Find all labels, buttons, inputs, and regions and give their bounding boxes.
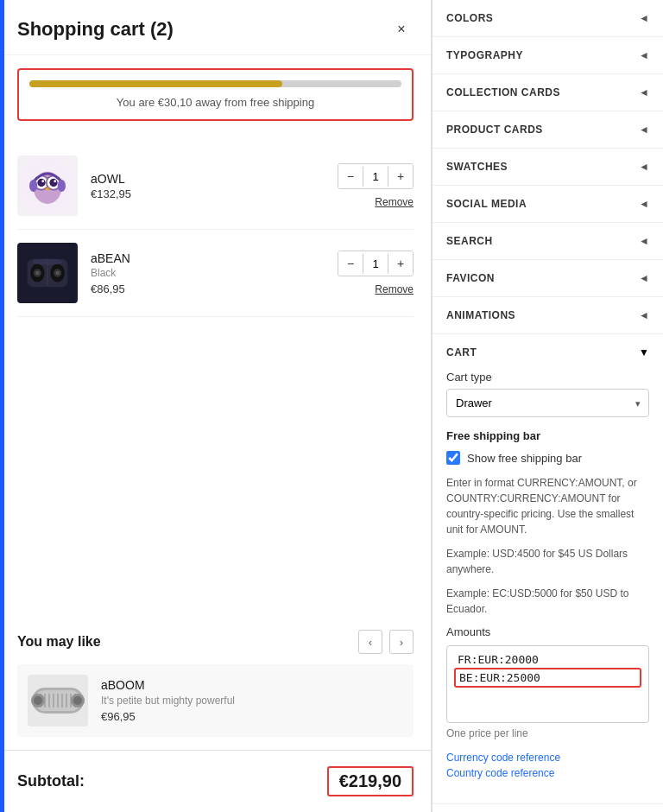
settings-item-label: FAVICON: [446, 272, 495, 284]
item-details-bean: aBEAN Black €86,95: [91, 251, 325, 295]
rec-item-price: €96,95: [101, 710, 235, 723]
settings-menu: COLORS ◄ TYPOGRAPHY ◄ COLLECTION CARDS ◄…: [433, 0, 663, 804]
settings-item-collection-cards[interactable]: COLLECTION CARDS ◄: [433, 74, 663, 111]
rec-item-description: It's petite but mighty powerful: [101, 695, 235, 707]
item-price: €86,95: [91, 282, 325, 295]
settings-item-social-media[interactable]: SOCIAL MEDIA ◄: [433, 186, 663, 223]
svg-point-4: [37, 179, 45, 187]
show-shipping-bar-row: Show free shipping bar: [446, 451, 649, 465]
settings-item-label: TYPOGRAPHY: [446, 49, 523, 61]
country-code-reference-link[interactable]: Country code reference: [446, 767, 649, 779]
subtotal-value: €219,90: [327, 766, 414, 796]
progress-bar-fill: [29, 80, 282, 87]
cart-header: Shopping cart (2) ×: [0, 0, 431, 55]
cart-item: aOWL €132,95 − 1 + Remove: [17, 143, 414, 230]
cart-panel: Shopping cart (2) × You are €30,10 away …: [0, 0, 432, 812]
show-shipping-bar-checkbox[interactable]: [446, 451, 460, 465]
quantity-increase-button[interactable]: +: [388, 251, 413, 276]
item-image-owl: [17, 155, 78, 216]
settings-item-arrow: ◄: [639, 86, 649, 98]
settings-item-product-cards[interactable]: PRODUCT CARDS ◄: [433, 111, 663, 149]
svg-point-5: [49, 179, 57, 187]
item-image-bean: [17, 243, 78, 303]
remove-item-button[interactable]: Remove: [375, 196, 414, 208]
settings-item-label: COLORS: [446, 12, 493, 24]
svg-point-10: [58, 180, 66, 192]
settings-item-arrow: ◄: [639, 272, 649, 284]
settings-item-label: COLLECTION CARDS: [446, 86, 560, 98]
shipping-bar-section: You are €30,10 away from free shipping: [17, 68, 414, 121]
one-price-line: One price per line: [446, 727, 649, 739]
recommendations-header: You may like ‹ ›: [17, 630, 414, 654]
quantity-control: − 1 +: [338, 251, 414, 276]
svg-point-20: [33, 259, 63, 265]
rec-item-image: [28, 675, 88, 726]
svg-point-7: [54, 180, 56, 182]
item-details-owl: aOWL €132,95: [91, 172, 325, 200]
item-name: aBEAN: [91, 251, 325, 265]
cart-items-list: aOWL €132,95 − 1 + Remove: [0, 134, 431, 617]
settings-item-arrow: ◄: [639, 49, 649, 61]
amounts-line-2: BE:EUR:25000: [454, 668, 641, 688]
cart-settings-header[interactable]: CART ▼: [446, 346, 649, 358]
rec-next-button[interactable]: ›: [389, 630, 414, 654]
cart-item: aBEAN Black €86,95 − 1 + Remove: [17, 230, 414, 317]
help-text-example2: Example: EC:USD:5000 for $50 USD to Ecua…: [446, 586, 649, 617]
cart-type-field: Cart type Drawer Page Sidebar ▾: [446, 371, 649, 417]
quantity-decrease-button[interactable]: −: [338, 251, 363, 276]
settings-item-label: ANIMATIONS: [446, 309, 515, 321]
close-button[interactable]: ×: [389, 17, 414, 41]
settings-item-colors[interactable]: COLORS ◄: [433, 0, 663, 37]
settings-item-typography[interactable]: TYPOGRAPHY ◄: [433, 37, 663, 74]
svg-point-35: [73, 696, 82, 705]
settings-item-arrow: ◄: [639, 12, 649, 24]
show-shipping-bar-label: Show free shipping bar: [467, 452, 582, 465]
svg-point-33: [34, 696, 42, 705]
recommendations-section: You may like ‹ ›: [0, 617, 431, 750]
item-name: aOWL: [91, 172, 325, 186]
quantity-decrease-button[interactable]: −: [338, 164, 363, 188]
settings-item-arrow: ◄: [639, 198, 649, 210]
subtotal-label: Subtotal:: [17, 772, 85, 790]
amounts-box[interactable]: FR:EUR:20000 BE:EUR:25000: [446, 645, 649, 723]
currency-code-reference-link[interactable]: Currency code reference: [446, 752, 649, 764]
settings-item-favicon[interactable]: FAVICON ◄: [433, 260, 663, 297]
settings-item-label: SWATCHES: [446, 161, 508, 173]
rec-item-name: aBOOM: [101, 678, 235, 692]
amounts-section: Amounts FR:EUR:20000 BE:EUR:25000 One pr…: [446, 625, 649, 739]
settings-item-label: SEARCH: [446, 235, 493, 247]
recommendations-nav: ‹ ›: [358, 630, 414, 654]
shipping-text: You are €30,10 away from free shipping: [29, 96, 401, 109]
remove-item-button[interactable]: Remove: [375, 283, 414, 295]
rec-prev-button[interactable]: ‹: [358, 630, 382, 654]
blue-accent-bar: [0, 0, 4, 812]
item-controls-owl: − 1 + Remove: [338, 163, 414, 208]
settings-item-label: SOCIAL MEDIA: [446, 198, 527, 210]
help-text-example1: Example: USD:4500 for $45 US Dollars any…: [446, 546, 649, 577]
quantity-value: 1: [363, 167, 388, 187]
cart-type-select[interactable]: Drawer Page Sidebar: [446, 389, 649, 417]
rec-item-details: aBOOM It's petite but mighty powerful €9…: [101, 678, 235, 723]
settings-item-label: PRODUCT CARDS: [446, 124, 543, 136]
cart-settings-title: CART: [446, 346, 477, 358]
settings-item-arrow: ◄: [639, 161, 649, 173]
svg-point-15: [35, 271, 40, 276]
quantity-control: − 1 +: [338, 163, 414, 189]
settings-item-search[interactable]: SEARCH ◄: [433, 223, 663, 260]
item-variant: Black: [91, 267, 325, 279]
item-controls-bean: − 1 + Remove: [338, 251, 414, 295]
amounts-line-1: FR:EUR:20000: [454, 651, 641, 668]
free-shipping-bar-section: Free shipping bar Show free shipping bar…: [446, 429, 649, 779]
settings-item-arrow: ◄: [639, 235, 649, 247]
settings-item-animations[interactable]: ANIMATIONS ◄: [433, 297, 663, 334]
quantity-value: 1: [363, 254, 388, 274]
recommendation-card: aBOOM It's petite but mighty powerful €9…: [17, 664, 414, 737]
quantity-increase-button[interactable]: +: [388, 164, 413, 188]
subtotal-bar: Subtotal: €219,90: [0, 750, 431, 812]
settings-item-swatches[interactable]: SWATCHES ◄: [433, 149, 663, 186]
svg-point-6: [41, 180, 44, 182]
settings-item-arrow: ◄: [639, 124, 649, 136]
item-price: €132,95: [91, 187, 325, 200]
settings-panel: COLORS ◄ TYPOGRAPHY ◄ COLLECTION CARDS ◄…: [432, 0, 663, 812]
cart-type-label: Cart type: [446, 371, 649, 384]
